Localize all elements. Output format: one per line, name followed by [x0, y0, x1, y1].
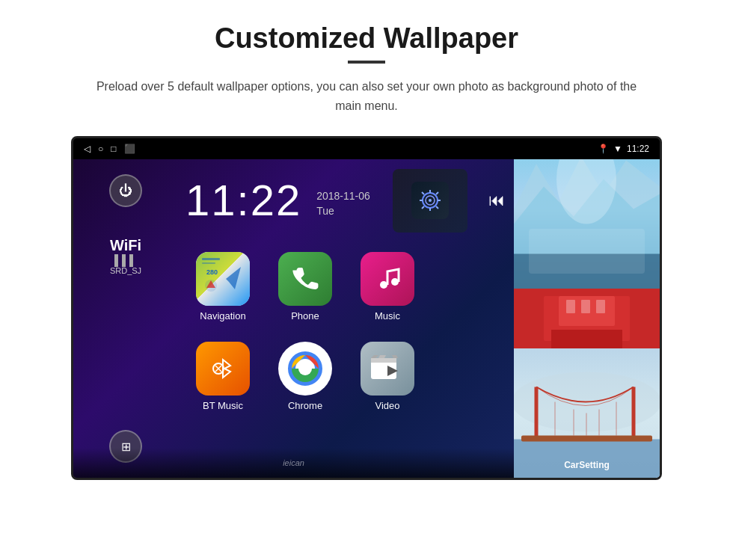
bottom-overlay: ieican: [73, 448, 514, 478]
wifi-bars-icon: ▌▌▌: [114, 254, 137, 266]
svg-line-6: [436, 206, 438, 209]
svg-marker-24: [371, 355, 378, 358]
svg-rect-45: [521, 436, 652, 442]
left-sidebar: ⏻ WiFi ▌▌▌ SRD_SJ ⊞: [73, 159, 178, 478]
svg-rect-12: [202, 258, 220, 260]
clock-date-day: 2018-11-06 Tue: [316, 190, 370, 217]
app-chrome[interactable]: Chrome: [268, 335, 343, 417]
bt-music-icon: [196, 342, 250, 396]
media-signal-icon: [411, 182, 449, 219]
svg-rect-31: [514, 254, 660, 289]
app-video[interactable]: Video: [350, 335, 425, 417]
svg-text:280: 280: [206, 268, 218, 276]
navigation-icon: 280: [196, 252, 250, 306]
svg-rect-23: [371, 358, 396, 363]
wallpaper-previews: CarSetting: [514, 159, 660, 478]
wifi-ssid: SRD_SJ: [110, 266, 141, 275]
svg-rect-36: [551, 330, 622, 348]
back-arrow-icon: ◁: [84, 144, 91, 154]
music-label: Music: [375, 310, 400, 321]
svg-rect-41: [514, 440, 660, 479]
wallpaper-bridge: CarSetting: [514, 348, 660, 478]
device-frame: ◁ ○ □ ⬛ 📍 ▼ 11:22 ⏻ WiFi ▌▌▌ SRD_SJ ⊞: [71, 136, 662, 480]
clock-date: 2018-11-06: [316, 190, 370, 202]
wallpaper-ice: [514, 159, 660, 289]
screenshot-icon: ⬛: [124, 144, 135, 154]
home-circle-icon: ○: [98, 144, 103, 154]
clock-time: 11:22: [185, 179, 301, 222]
svg-line-10: [422, 192, 424, 194]
chrome-icon: [278, 342, 332, 396]
title-divider: [348, 61, 385, 64]
navigation-label: Navigation: [200, 310, 245, 321]
chrome-label: Chrome: [288, 400, 322, 411]
svg-point-2: [429, 199, 432, 202]
status-bar: ◁ ○ □ ⬛ 📍 ▼ 11:22: [73, 138, 660, 159]
power-button[interactable]: ⏻: [109, 174, 142, 207]
app-navigation[interactable]: 280 Navigation: [185, 245, 260, 327]
carsetting-label: CarSetting: [564, 460, 610, 470]
page-title: Customized Wallpaper: [215, 22, 518, 55]
svg-rect-13: [202, 262, 215, 264]
video-label: Video: [375, 400, 399, 411]
media-widget: [393, 169, 467, 233]
status-bar-right: 📍 ▼ 11:22: [598, 144, 649, 154]
wallpaper-building: [514, 289, 660, 348]
watermark-text: ieican: [283, 458, 304, 467]
status-bar-left: ◁ ○ □ ⬛: [84, 144, 135, 154]
svg-line-8: [422, 206, 424, 209]
wifi-signal-icon: ▼: [613, 144, 622, 154]
main-screen: ⏻ WiFi ▌▌▌ SRD_SJ ⊞ 11:22 2018-11-06 Tue: [73, 159, 660, 478]
app-phone[interactable]: Phone: [268, 245, 343, 327]
app-bt-music[interactable]: BT Music: [185, 335, 260, 417]
wifi-label: WiFi: [110, 237, 141, 254]
page-description: Preload over 5 default wallpaper options…: [82, 77, 651, 115]
phone-label: Phone: [291, 310, 319, 321]
svg-point-21: [298, 362, 312, 375]
wifi-widget: WiFi ▌▌▌ SRD_SJ: [110, 237, 141, 275]
video-icon: [361, 342, 414, 396]
svg-line-4: [436, 192, 438, 194]
app-music[interactable]: Music: [350, 245, 425, 327]
music-icon: [361, 252, 414, 306]
media-prev-button[interactable]: ⏮: [488, 191, 505, 210]
phone-icon: [278, 252, 332, 306]
svg-rect-37: [566, 300, 575, 313]
clock-day: Tue: [316, 205, 370, 217]
svg-marker-25: [392, 355, 398, 358]
location-icon: 📍: [598, 144, 609, 154]
svg-rect-38: [581, 300, 590, 313]
status-time: 11:22: [627, 144, 649, 154]
bt-music-label: BT Music: [203, 400, 243, 411]
recent-apps-icon: □: [111, 144, 116, 154]
svg-rect-39: [596, 300, 605, 313]
svg-marker-26: [378, 355, 386, 358]
